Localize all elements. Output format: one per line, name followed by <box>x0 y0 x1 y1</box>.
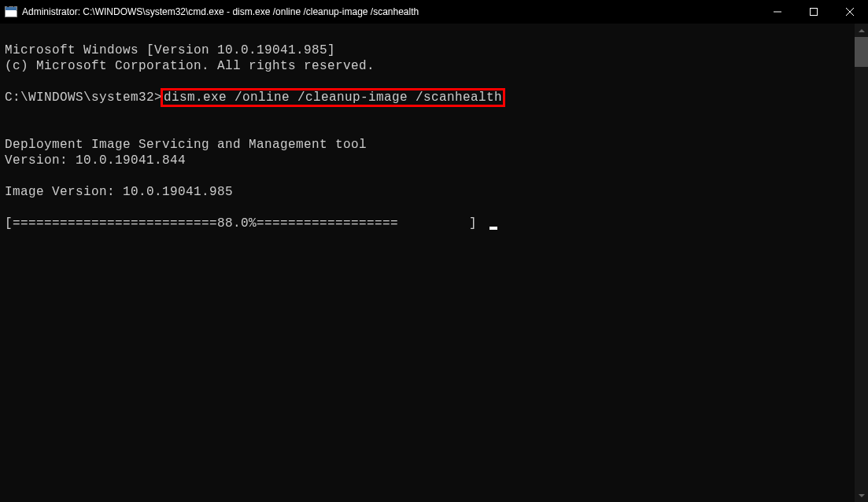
tool-name-line: Deployment Image Servicing and Managemen… <box>5 138 367 152</box>
maximize-icon <box>810 8 818 16</box>
command-text: dism.exe /online /cleanup-image /scanhea… <box>164 90 502 105</box>
titlebar-left: Administrator: C:\WINDOWS\system32\cmd.e… <box>5 6 419 17</box>
close-button[interactable] <box>832 0 868 24</box>
cursor <box>489 227 497 230</box>
maximize-button[interactable] <box>796 0 832 24</box>
scroll-up-button[interactable] <box>855 24 868 37</box>
command-highlight: dism.exe /online /cleanup-image /scanhea… <box>162 90 504 105</box>
os-version-line: Microsoft Windows [Version 10.0.19041.98… <box>5 43 335 57</box>
close-icon <box>846 8 854 16</box>
window-title: Administrator: C:\WINDOWS\system32\cmd.e… <box>22 6 419 17</box>
cmd-icon <box>5 6 17 17</box>
window-controls <box>759 0 868 24</box>
titlebar[interactable]: Administrator: C:\WINDOWS\system32\cmd.e… <box>0 0 868 24</box>
minimize-icon <box>774 8 781 16</box>
scrollbar[interactable] <box>855 24 868 502</box>
copyright-line: (c) Microsoft Corporation. All rights re… <box>5 59 375 73</box>
image-version-line: Image Version: 10.0.19041.985 <box>5 185 233 199</box>
prompt-text: C:\WINDOWS\system32> <box>5 90 162 105</box>
scroll-thumb[interactable] <box>855 37 868 67</box>
terminal-output[interactable]: Microsoft Windows [Version 10.0.19041.98… <box>0 24 868 234</box>
scroll-down-button[interactable] <box>855 489 868 502</box>
progress-bar-line: [==========================88.0%========… <box>5 216 485 231</box>
tool-version-line: Version: 10.0.19041.844 <box>5 153 186 168</box>
minimize-button[interactable] <box>759 0 796 24</box>
svg-rect-1 <box>811 9 818 16</box>
